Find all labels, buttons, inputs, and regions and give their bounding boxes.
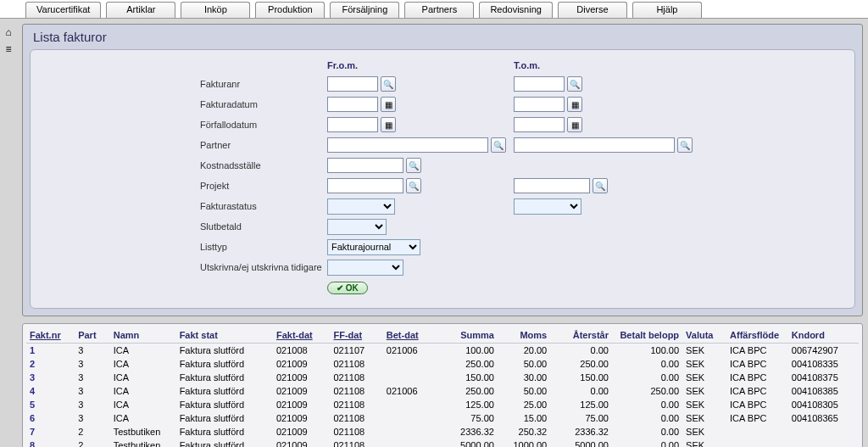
- label-fakturastatus: Fakturastatus: [200, 201, 327, 211]
- partner-from-input[interactable]: [327, 137, 488, 153]
- page-title: Lista fakturor: [30, 28, 855, 49]
- label-fakturadatum: Fakturadatum: [200, 99, 327, 109]
- label-fakturanr: Fakturanr: [200, 79, 327, 89]
- faktnr-link[interactable]: 6: [26, 411, 75, 425]
- calendar-icon[interactable]: ▦: [381, 117, 396, 132]
- faktnr-link[interactable]: 7: [26, 425, 75, 439]
- lookup-icon[interactable]: 🔍: [406, 178, 421, 193]
- faktnr-link[interactable]: 4: [26, 384, 75, 398]
- projekt-from-input[interactable]: [327, 178, 403, 193]
- filter-panel: Lista fakturor Fr.o.m. T.o.m. Fakturanr …: [22, 24, 863, 316]
- col-moms: Moms: [498, 327, 550, 344]
- table-header-row: Fakt.nr Part Namn Fakt stat Fakt-dat FF-…: [26, 327, 859, 344]
- faktnr-link[interactable]: 5: [26, 398, 75, 411]
- faktnr-link[interactable]: 1: [26, 344, 75, 358]
- ok-button[interactable]: ✔ OK: [327, 282, 368, 294]
- calendar-icon[interactable]: ▦: [567, 117, 582, 132]
- results-grid: Fakt.nr Part Namn Fakt stat Fakt-dat FF-…: [22, 323, 863, 447]
- lookup-icon[interactable]: 🔍: [567, 76, 582, 92]
- forfallodatum-from-input[interactable]: [327, 117, 378, 132]
- label-utskrivna: Utskrivna/ej utskrivna tidigare: [200, 262, 327, 272]
- label-forfallodatum: Förfallodatum: [200, 120, 327, 130]
- tab-hjälp[interactable]: Hjälp: [632, 2, 702, 18]
- partner-to-input[interactable]: [514, 137, 675, 153]
- list-icon[interactable]: ≡: [2, 42, 15, 56]
- col-namn: Namn: [110, 327, 176, 344]
- table-row: 13ICAFaktura slutförd0210080211070210061…: [26, 344, 859, 358]
- main-tabs: VarucertifikatArtiklarInköpProduktionFör…: [0, 0, 868, 19]
- table-row: 23ICAFaktura slutförd021009021108250.005…: [26, 357, 859, 371]
- table-row: 82TestbutikenFaktura slutförd02100902110…: [26, 439, 859, 447]
- lookup-icon[interactable]: 🔍: [491, 137, 506, 153]
- col-summa: Summa: [436, 327, 498, 344]
- col-betdat[interactable]: Bet-dat: [383, 327, 436, 344]
- calendar-icon[interactable]: ▦: [567, 97, 582, 112]
- faktnr-link[interactable]: 8: [26, 439, 75, 447]
- projekt-to-input[interactable]: [514, 178, 590, 193]
- lookup-icon[interactable]: 🔍: [677, 137, 693, 153]
- lookup-icon[interactable]: 🔍: [406, 158, 421, 173]
- fakturanr-to-input[interactable]: [514, 76, 565, 92]
- label-listtyp: Listtyp: [200, 242, 327, 252]
- tab-försäljning[interactable]: Försäljning: [330, 2, 399, 18]
- listtyp-select[interactable]: Fakturajournal: [327, 239, 420, 255]
- kostnadsstalle-input[interactable]: [327, 158, 403, 173]
- fakturastatus-to-select[interactable]: [514, 198, 581, 215]
- table-row: 63ICAFaktura slutförd02100902110875.0015…: [26, 411, 859, 425]
- tab-partners[interactable]: Partners: [404, 2, 474, 18]
- column-label-to: T.o.m.: [514, 60, 540, 74]
- table-row: 43ICAFaktura slutförd0210090211080210062…: [26, 384, 859, 398]
- tab-artiklar[interactable]: Artiklar: [106, 2, 175, 18]
- table-row: 33ICAFaktura slutförd021009021108150.003…: [26, 371, 859, 384]
- tab-inköp[interactable]: Inköp: [181, 2, 250, 18]
- table-row: 53ICAFaktura slutförd021009021108125.002…: [26, 398, 859, 411]
- col-kndord: Kndord: [788, 327, 859, 344]
- fakturadatum-from-input[interactable]: [327, 97, 378, 112]
- col-faktnr[interactable]: Fakt.nr: [26, 327, 75, 344]
- column-label-from: Fr.o.m.: [327, 60, 514, 74]
- faktnr-link[interactable]: 2: [26, 357, 75, 371]
- slutbetald-select[interactable]: [327, 219, 387, 235]
- calendar-icon[interactable]: ▦: [381, 97, 396, 112]
- col-affarsflode: Affärsflöde: [726, 327, 788, 344]
- label-kostnadsstalle: Kostnadsställe: [200, 160, 327, 170]
- tab-redovisning[interactable]: Redovisning: [479, 2, 553, 18]
- col-ffdat[interactable]: FF-dat: [330, 327, 382, 344]
- col-part: Part: [75, 327, 110, 344]
- col-aterstar: Återstår: [550, 327, 612, 344]
- forfallodatum-to-input[interactable]: [514, 117, 565, 132]
- lookup-icon[interactable]: 🔍: [381, 76, 396, 92]
- tab-produktion[interactable]: Produktion: [255, 2, 325, 18]
- fakturanr-from-input[interactable]: [327, 76, 378, 92]
- label-slutbetald: Slutbetald: [200, 221, 327, 232]
- col-faktstat: Fakt stat: [176, 327, 273, 344]
- faktnr-link[interactable]: 3: [26, 371, 75, 384]
- side-toolbar: ⌂ ≡: [2, 25, 19, 56]
- col-valuta: Valuta: [682, 327, 726, 344]
- tab-diverse[interactable]: Diverse: [558, 2, 627, 18]
- fakturastatus-from-select[interactable]: [327, 198, 395, 215]
- filter-frame: Fr.o.m. T.o.m. Fakturanr 🔍 🔍 Fakturadatu…: [30, 49, 855, 309]
- table-row: 72TestbutikenFaktura slutförd02100902110…: [26, 425, 859, 439]
- home-icon[interactable]: ⌂: [2, 25, 15, 39]
- col-faktdat[interactable]: Fakt-dat: [273, 327, 331, 344]
- utskrivna-select[interactable]: [327, 260, 403, 276]
- lookup-icon[interactable]: 🔍: [593, 178, 608, 193]
- col-betaltbelopp: Betalt belopp: [612, 327, 682, 344]
- label-partner: Partner: [200, 140, 327, 150]
- tab-varucertifikat[interactable]: Varucertifikat: [25, 2, 101, 18]
- fakturadatum-to-input[interactable]: [514, 97, 565, 112]
- label-projekt: Projekt: [200, 181, 327, 191]
